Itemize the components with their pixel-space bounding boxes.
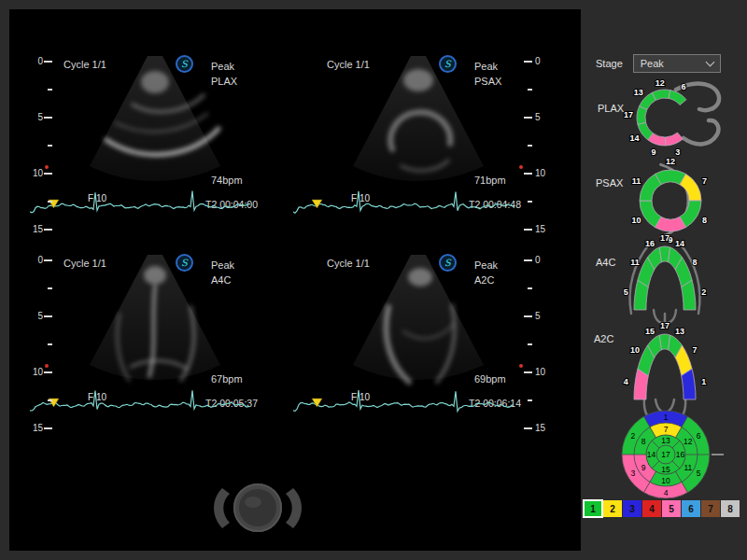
depth-ruler: 051015 xyxy=(30,259,58,446)
ruler-tick xyxy=(524,117,532,119)
analysis-panel: Stage Peak PLAX 39141713126 PSAX 1278910… xyxy=(581,9,747,551)
segment-number: 9 xyxy=(641,463,646,472)
segment-number: 11 xyxy=(632,176,641,186)
ecg-trace: F 10 xyxy=(293,383,517,426)
score-3-swatch[interactable]: 3 xyxy=(623,500,641,517)
segment-number: 13 xyxy=(634,88,643,97)
cycle-label: Cycle 1/1 xyxy=(63,258,106,269)
segment-6[interactable] xyxy=(669,91,686,105)
score-4-swatch[interactable]: 4 xyxy=(642,500,661,517)
ruler-label: 0 xyxy=(30,255,43,265)
ecg-trace: F 10 xyxy=(293,184,517,227)
ruler-tick xyxy=(44,117,52,119)
s-badge-icon: S xyxy=(439,254,457,272)
ruler-tick xyxy=(528,201,532,203)
segment-number: 14 xyxy=(629,133,639,143)
score-2-swatch[interactable]: 2 xyxy=(603,500,622,517)
stage-dropdown[interactable]: Peak xyxy=(633,54,721,73)
view-label: PLAX xyxy=(211,74,237,89)
frequency-label: F 10 xyxy=(88,392,106,402)
frequency-label: F 10 xyxy=(88,193,106,203)
ecg-waveform xyxy=(293,390,514,412)
ruler-tick xyxy=(44,371,52,373)
ruler-tick xyxy=(48,287,52,289)
ruler-tick xyxy=(48,89,52,91)
segment-number: 4 xyxy=(624,377,628,386)
diagram-label-a4c: A4C xyxy=(596,257,615,268)
segment-number: 6 xyxy=(697,431,701,441)
segment-number: 12 xyxy=(684,437,693,446)
ruler-label: 0 xyxy=(535,255,548,265)
segment-number: 14 xyxy=(675,239,684,248)
segment-number: 8 xyxy=(692,258,697,267)
ultrasound-screen: Cycle 1/1 S Peak PLAX 74bpm T2 00:04:00 … xyxy=(9,9,581,551)
cycle-label: Cycle 1/1 xyxy=(327,59,370,70)
s-badge-icon: S xyxy=(439,55,457,73)
segment-number: 3 xyxy=(675,147,680,157)
segment-number: 11 xyxy=(630,258,640,267)
score-6-swatch[interactable]: 6 xyxy=(682,500,700,517)
segment-number: 12 xyxy=(655,78,665,88)
frequency-label: F 10 xyxy=(351,392,370,402)
segment-number: 17 xyxy=(624,110,633,119)
segment-number: 13 xyxy=(661,436,670,445)
stage-row: Stage Peak xyxy=(596,54,721,73)
ruler-tick xyxy=(44,315,52,317)
segment-number: 8 xyxy=(641,437,646,446)
s-badge-icon: S xyxy=(176,254,193,272)
a4c-segment-diagram[interactable]: 51116171482 xyxy=(618,231,726,329)
quadrant-psax[interactable]: Cycle 1/1 S Peak PSAX 71bpm T2 00:04:48 … xyxy=(289,51,557,245)
plax-segment-diagram[interactable]: 39141713126 xyxy=(616,78,738,164)
ruler-tick xyxy=(44,427,52,429)
ecg-trace: F 10 xyxy=(30,184,254,227)
segment-number: 13 xyxy=(675,327,684,336)
ruler-tick xyxy=(524,371,532,373)
stage-dropdown-value: Peak xyxy=(641,58,664,69)
focus-marker-icon xyxy=(45,165,49,169)
segment-number: 15 xyxy=(645,327,655,336)
s-badge-icon: S xyxy=(176,55,193,73)
ruler-tick xyxy=(528,399,532,401)
cycle-label: Cycle 1/1 xyxy=(327,258,370,269)
score-5-swatch[interactable]: 5 xyxy=(662,500,681,517)
ruler-label: 5 xyxy=(30,311,43,321)
score-1-swatch[interactable]: 1 xyxy=(584,500,602,517)
score-7-swatch[interactable]: 7 xyxy=(701,500,720,517)
segment-number: 6 xyxy=(681,82,685,91)
quadrant-a2c[interactable]: Cycle 1/1 S Peak A2C 69bpm T2 00:06:14 F… xyxy=(289,250,557,444)
segment-number: 17 xyxy=(660,233,669,243)
ruler-tick xyxy=(528,145,532,147)
diagram-label-a2c: A2C xyxy=(594,333,613,344)
segment-number: 5 xyxy=(624,287,628,297)
ruler-label: 5 xyxy=(535,311,548,321)
ruler-tick xyxy=(524,61,532,63)
score-8-swatch[interactable]: 8 xyxy=(721,500,740,517)
ruler-tick xyxy=(48,201,52,203)
focus-marker-icon xyxy=(45,364,49,368)
segment-number: 2 xyxy=(631,431,636,441)
view-label: PSAX xyxy=(474,74,501,89)
ruler-label: 5 xyxy=(30,112,43,122)
segment-number: 14 xyxy=(647,450,656,459)
ruler-tick xyxy=(524,173,532,175)
segment-number: 16 xyxy=(676,450,685,459)
focus-marker-icon xyxy=(519,364,523,368)
quadrant-plax[interactable]: Cycle 1/1 S Peak PLAX 74bpm T2 00:04:00 … xyxy=(26,51,293,245)
stage-label: Peak xyxy=(474,258,498,273)
quadrant-a4c[interactable]: Cycle 1/1 S Peak A4C 67bpm T2 00:05:37 F… xyxy=(26,250,293,444)
segment-number: 1 xyxy=(664,413,669,422)
ecg-waveform xyxy=(30,191,250,213)
ruler-label: 0 xyxy=(30,56,43,66)
segment-number: 7 xyxy=(692,345,697,355)
cycle-label: Cycle 1/1 xyxy=(63,59,106,70)
depth-ruler: 051015 xyxy=(30,61,58,247)
view-label: A2C xyxy=(474,273,498,287)
ruler-tick xyxy=(524,315,532,317)
segment-12[interactable] xyxy=(652,90,670,100)
ruler-label: 15 xyxy=(30,224,43,234)
segment-3[interactable] xyxy=(666,133,684,146)
bullseye-plot[interactable]: 1234567891011121314151617 xyxy=(605,405,731,510)
ruler-label: 10 xyxy=(30,367,43,377)
ruler-tick xyxy=(524,427,532,429)
diagram-outline xyxy=(684,120,718,144)
